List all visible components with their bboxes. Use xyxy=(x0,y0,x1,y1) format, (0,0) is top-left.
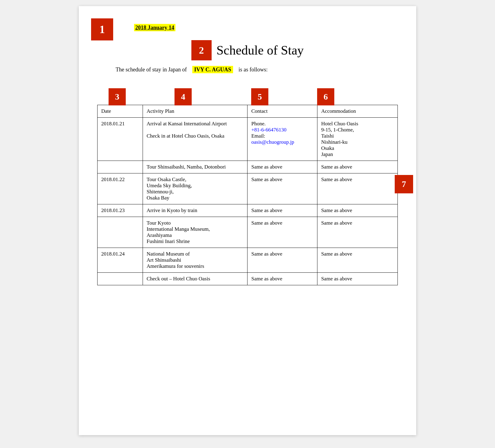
cell-date-6: 2018.01.24 xyxy=(98,248,143,273)
cell-contact-7: Same as above xyxy=(248,273,317,285)
badge-4: 4 xyxy=(175,88,192,105)
activity-text-1b: Check in at Hotel Chuo Oasis, Osaka xyxy=(147,133,224,139)
page: 1 2018 January 14 2 Schedule of Stay The… xyxy=(79,6,416,435)
badge-6: 6 xyxy=(317,88,334,105)
phone-number[interactable]: +81-6-66476130 xyxy=(251,127,286,133)
page-title: Schedule of Stay xyxy=(217,43,304,58)
intro-before: The schedule of stay in Japan of xyxy=(116,66,187,73)
badge-spacer-act: 4 xyxy=(137,88,229,105)
cell-activity-4: Arrive in Kyoto by train xyxy=(143,204,248,217)
table-row: 2018.01.21 Arrival at Kansai Internation… xyxy=(98,118,398,161)
cell-date-2 xyxy=(98,161,143,173)
cell-accom-7: Same as above xyxy=(317,273,398,285)
cell-activity-2: Tour Shinsaibashi, Namba, Dotonbori xyxy=(143,161,248,173)
cell-date-5 xyxy=(98,217,143,248)
date-line: 2018 January 14 xyxy=(134,25,398,31)
cell-date-4: 2018.01.23 xyxy=(98,204,143,217)
cell-date-7 xyxy=(98,273,143,285)
badge-spacer-date: 3 xyxy=(97,88,137,105)
badge-1: 1 xyxy=(91,18,113,40)
intro-line: The schedule of stay in Japan of IVY C. … xyxy=(116,66,398,73)
cell-accom-1: Hotel Chuo Oasis 9-15, 1-Chome, Taishi N… xyxy=(317,118,398,161)
cell-contact-3: Same as above xyxy=(248,173,317,204)
badge-row: 3 4 5 6 xyxy=(97,88,398,105)
schedule-table: Date Activity Plan Contact Accommodation… xyxy=(97,105,398,285)
cell-accom-2: Same as above xyxy=(317,161,398,173)
table-header-row: Date Activity Plan Contact Accommodation xyxy=(98,105,398,118)
cell-accom-3: Same as above xyxy=(317,173,398,204)
cell-activity-1: Arrival at Kansai International Airport … xyxy=(143,118,248,161)
badge-3: 3 xyxy=(109,88,126,105)
person-name: IVY C. AGUAS xyxy=(192,66,233,73)
badge-5: 5 xyxy=(251,88,268,105)
table-row: Check out – Hotel Chuo Oasis Same as abo… xyxy=(98,273,398,285)
col-header-date: Date xyxy=(98,105,143,118)
badge-2: 2 xyxy=(191,40,212,60)
badge-spacer-con: 5 xyxy=(229,88,290,105)
cell-contact-1: Phone. +81-6-66476130 Email: oasis@chuog… xyxy=(248,118,317,161)
email-address[interactable]: oasis@chuogroup.jp xyxy=(251,139,294,145)
phone-label: Phone. xyxy=(251,121,266,127)
col-header-contact: Contact xyxy=(248,105,317,118)
badge-spacer-acc: 6 xyxy=(290,88,361,105)
table-row: 2018.01.22 Tour Osaka Castle, Umeda Sky … xyxy=(98,173,398,204)
table-row: 2018.01.23 Arrive in Kyoto by train Same… xyxy=(98,204,398,217)
cell-accom-4: Same as above xyxy=(317,204,398,217)
cell-activity-5: Tour Kyoto International Manga Museum, A… xyxy=(143,217,248,248)
badge-7: 7 xyxy=(395,175,413,193)
title-row: 2 Schedule of Stay xyxy=(97,40,398,60)
table-row: 2018.01.24 National Museum of Art Shinsa… xyxy=(98,248,398,273)
cell-accom-6: Same as above xyxy=(317,248,398,273)
document-date: 2018 January 14 xyxy=(134,24,175,31)
cell-date-3: 2018.01.22 xyxy=(98,173,143,204)
cell-activity-7: Check out – Hotel Chuo Oasis xyxy=(143,273,248,285)
col-header-activity: Activity Plan xyxy=(143,105,248,118)
cell-contact-5: Same as above xyxy=(248,217,317,248)
cell-contact-6: Same as above xyxy=(248,248,317,273)
col-header-accommodation: Accommodation xyxy=(317,105,398,118)
cell-activity-6: National Museum of Art Shinsaibashi Amer… xyxy=(143,248,248,273)
cell-contact-4: Same as above xyxy=(248,204,317,217)
cell-date-1: 2018.01.21 xyxy=(98,118,143,161)
table-wrapper: 3 4 5 6 Date Activity Plan Contact Accom… xyxy=(97,88,398,285)
cell-accom-5: Same as above xyxy=(317,217,398,248)
cell-activity-3: Tour Osaka Castle, Umeda Sky Building, S… xyxy=(143,173,248,204)
activity-text-1a: Arrival at Kansai International Airport xyxy=(147,121,227,127)
table-row: Tour Shinsaibashi, Namba, Dotonbori Same… xyxy=(98,161,398,173)
email-label: Email: xyxy=(251,133,265,139)
table-row: Tour Kyoto International Manga Museum, A… xyxy=(98,217,398,248)
cell-contact-2: Same as above xyxy=(248,161,317,173)
intro-after: is as follows: xyxy=(239,66,268,73)
